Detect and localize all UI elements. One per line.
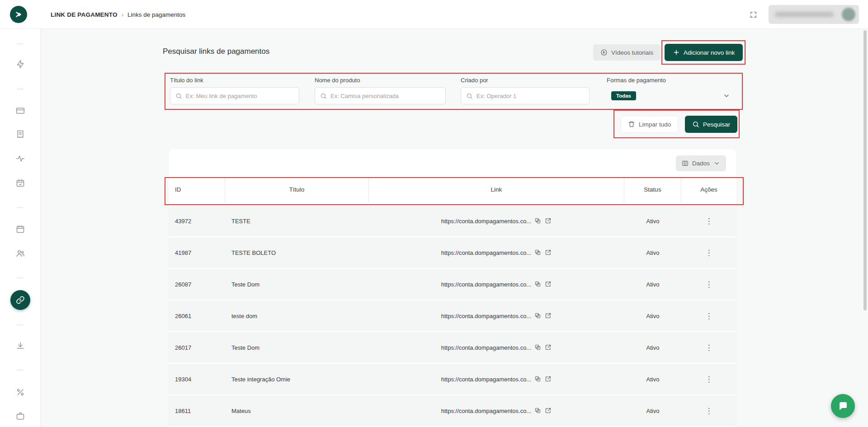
open-link-icon[interactable] xyxy=(545,407,552,414)
copy-link-icon[interactable] xyxy=(534,344,542,351)
sidebar-item-receipts[interactable] xyxy=(0,127,41,141)
link-text: https://conta.dompagamentos.co... xyxy=(441,376,531,383)
row-actions-kebab-icon[interactable]: ⋮ xyxy=(705,281,713,288)
dados-label: Dados xyxy=(692,160,710,167)
payment-methods-select[interactable]: Todas xyxy=(607,87,735,104)
header-id: ID xyxy=(169,177,225,202)
link-text: https://conta.dompagamentos.co... xyxy=(441,249,531,256)
cell-status: Ativo xyxy=(624,364,681,394)
row-actions-kebab-icon[interactable]: ⋮ xyxy=(705,407,713,415)
search-icon xyxy=(692,121,699,128)
copy-link-icon[interactable] xyxy=(534,217,542,225)
page-scrollbar[interactable] xyxy=(863,30,867,310)
calendar-icon xyxy=(16,225,25,234)
fullscreen-icon[interactable] xyxy=(747,8,760,21)
link-title-input[interactable] xyxy=(182,88,299,104)
open-link-icon[interactable] xyxy=(545,344,552,351)
open-link-icon[interactable] xyxy=(545,249,552,256)
clear-all-button[interactable]: Limpar tudo xyxy=(621,116,678,133)
chat-support-button[interactable] xyxy=(831,394,855,418)
row-actions-kebab-icon[interactable]: ⋮ xyxy=(705,375,713,383)
page: LINK DE PAGAMENTO › Links de pagamentos … xyxy=(0,0,868,427)
chevron-down-icon xyxy=(713,160,720,167)
row-actions-kebab-icon[interactable]: ⋮ xyxy=(705,344,713,352)
calendar-check-icon xyxy=(16,178,25,188)
cell-status: Ativo xyxy=(624,237,681,268)
cell-link: https://conta.dompagamentos.co... xyxy=(369,269,624,300)
sidebar-section-dots: ⋯ xyxy=(0,201,41,214)
topbar: LINK DE PAGAMENTO › Links de pagamentos xyxy=(0,0,868,29)
sidebar-item-fees[interactable] xyxy=(0,385,41,399)
sidebar-item-calendar[interactable] xyxy=(0,222,41,236)
copy-link-icon[interactable] xyxy=(534,281,542,288)
sidebar-item-business[interactable] xyxy=(0,409,41,423)
sidebar-item-customers[interactable] xyxy=(0,247,41,260)
search-icon xyxy=(175,93,182,99)
breadcrumb: LINK DE PAGAMENTO › Links de pagamentos xyxy=(51,0,185,29)
trash-icon xyxy=(628,121,635,128)
open-link-icon[interactable] xyxy=(545,375,552,383)
row-actions-kebab-icon[interactable]: ⋮ xyxy=(705,217,713,225)
plus-icon xyxy=(673,49,680,56)
user-menu[interactable] xyxy=(769,5,859,24)
sidebar-item-activity[interactable] xyxy=(0,152,41,165)
open-link-icon[interactable] xyxy=(545,217,552,225)
cell-status: Ativo xyxy=(624,395,681,426)
cell-title: TESTE BOLETO xyxy=(225,237,369,268)
copy-link-icon[interactable] xyxy=(534,375,542,383)
table-body: 43972 TESTE https://conta.dompagamentos.… xyxy=(169,206,736,426)
product-name-input[interactable] xyxy=(327,88,445,104)
video-tutorials-button[interactable]: Vídeos tutoriais xyxy=(593,44,660,61)
filter-product-name-label: Nome do produto xyxy=(315,77,446,84)
header-link: Link xyxy=(369,177,624,202)
sidebar-item-payment-links-active[interactable] xyxy=(10,290,30,310)
cell-id: 26017 xyxy=(169,332,225,363)
search-button[interactable]: Pesquisar xyxy=(685,116,737,133)
columns-icon xyxy=(682,160,689,167)
app-logo-icon[interactable] xyxy=(10,6,27,23)
sidebar-item-cards[interactable] xyxy=(0,104,41,117)
created-by-input[interactable] xyxy=(473,88,589,104)
cell-title: TESTE xyxy=(225,206,369,236)
cell-status: Ativo xyxy=(624,300,681,331)
cell-id: 41987 xyxy=(169,237,225,268)
payment-methods-selected-value: Todas xyxy=(611,91,636,100)
cell-id: 26061 xyxy=(169,300,225,331)
header-status: Status xyxy=(624,177,681,202)
columns-dados-button[interactable]: Dados xyxy=(676,155,726,171)
sidebar-item-dashboard[interactable] xyxy=(0,57,41,71)
table-row: 41987 TESTE BOLETO https://conta.dompaga… xyxy=(169,237,736,268)
sidebar-section-dots: ⋯ xyxy=(0,37,41,51)
filter-created-by: Criado por xyxy=(461,77,590,104)
table-row: 26017 Teste Dom https://conta.dompagamen… xyxy=(169,332,736,363)
link-text: https://conta.dompagamentos.co... xyxy=(441,218,531,225)
zap-icon xyxy=(16,60,25,69)
search-icon xyxy=(320,93,327,99)
row-actions-kebab-icon[interactable]: ⋮ xyxy=(705,249,713,257)
breadcrumb-root[interactable]: LINK DE PAGAMENTO xyxy=(51,11,118,18)
results-card: Dados ID Título Link Status Ações 43972 … xyxy=(169,149,736,427)
add-new-link-button[interactable]: Adicionar novo link xyxy=(665,44,743,61)
avatar xyxy=(842,8,855,21)
row-actions-kebab-icon[interactable]: ⋮ xyxy=(705,312,713,320)
copy-link-icon[interactable] xyxy=(534,249,542,256)
filter-payment-methods: Formas de pagamento Todas xyxy=(607,77,735,104)
video-tutorials-label: Vídeos tutoriais xyxy=(611,49,653,56)
play-circle-icon xyxy=(600,49,608,56)
copy-link-icon[interactable] xyxy=(534,312,542,319)
open-link-icon[interactable] xyxy=(545,312,552,319)
copy-link-icon[interactable] xyxy=(534,407,542,414)
sidebar-item-downloads[interactable] xyxy=(0,339,41,352)
filter-link-title: Título do link xyxy=(170,77,299,104)
cell-title: Mateus xyxy=(225,395,369,426)
open-link-icon[interactable] xyxy=(545,281,552,288)
chat-icon xyxy=(838,401,849,412)
sidebar-item-schedule[interactable] xyxy=(0,176,41,190)
search-button-label: Pesquisar xyxy=(703,121,730,128)
link-icon xyxy=(16,296,25,305)
cell-link: https://conta.dompagamentos.co... xyxy=(369,237,624,268)
breadcrumb-separator-icon: › xyxy=(122,11,123,18)
cell-title: Teste Dom xyxy=(225,269,369,300)
receipt-icon xyxy=(16,130,25,139)
table-row: 26061 teste dom https://conta.dompagamen… xyxy=(169,300,736,331)
